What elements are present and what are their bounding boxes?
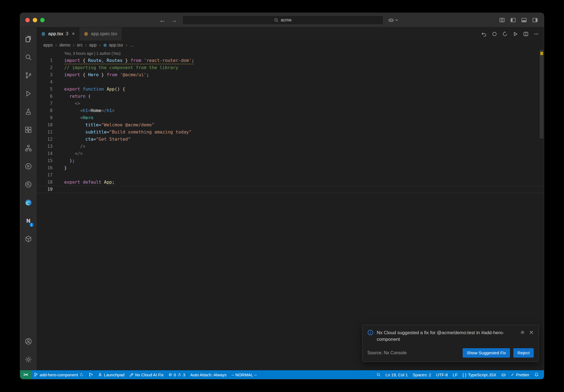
breadcrumb-item[interactable]: src — [77, 43, 83, 48]
commit-graph-item[interactable] — [86, 370, 96, 379]
code-line[interactable]: 16} — [37, 164, 544, 172]
toggle-panel-icon[interactable] — [521, 17, 527, 23]
code-line[interactable]: 19 — [37, 186, 544, 193]
copilot-menu[interactable] — [388, 17, 398, 23]
line-number[interactable]: 11 — [37, 129, 53, 136]
line-number[interactable]: 8 — [37, 107, 53, 114]
line-number[interactable]: 15 — [37, 157, 53, 164]
code-line[interactable]: 3import { Hero } from '@acme/ui'; — [37, 71, 544, 78]
toggle-secondary-sidebar-icon[interactable] — [532, 17, 538, 23]
toggle-sidebar-icon[interactable] — [510, 17, 516, 23]
git-branch-item[interactable]: add-hero-component — [31, 370, 86, 379]
auto-attach-item[interactable]: Auto Attach: Always — [188, 370, 229, 379]
line-number[interactable]: 6 — [37, 93, 53, 100]
code-line[interactable]: 18export default App; — [37, 179, 544, 186]
line-number[interactable]: 14 — [37, 150, 53, 157]
run-debug-icon[interactable] — [20, 85, 37, 103]
eol-item[interactable]: LF — [450, 370, 460, 379]
play-circle-icon[interactable] — [20, 157, 37, 175]
launchpad-item[interactable]: Launchpad — [96, 370, 127, 379]
run-file-icon[interactable] — [513, 31, 518, 37]
search-icon[interactable] — [20, 48, 37, 66]
formatter-item[interactable]: ✓ Prettier — [508, 370, 532, 379]
history-back-button[interactable]: ← — [159, 17, 166, 23]
reject-button[interactable]: Reject — [513, 348, 534, 358]
line-number[interactable]: 2 — [37, 64, 53, 71]
code-line[interactable]: 12 cta="Get Started" — [37, 136, 544, 143]
edge-browser-icon[interactable] — [20, 194, 37, 212]
cursor-position-item[interactable]: Ln 19, Col 1 — [383, 370, 410, 379]
zoom-indicator[interactable] — [374, 370, 383, 379]
line-number[interactable]: 18 — [37, 179, 53, 186]
code-line[interactable]: 17 — [37, 172, 544, 179]
tab-app-tsx[interactable]: app.tsx 3 × — [37, 27, 79, 40]
line-number[interactable]: 13 — [37, 143, 53, 150]
codelens-annotation[interactable]: You, 3 hours ago | 1 author (You) — [37, 50, 544, 57]
copilot-status-item[interactable] — [499, 370, 508, 379]
code-line[interactable]: 6 return ( — [37, 93, 544, 100]
scrollbar-thumb[interactable] — [540, 50, 543, 138]
code-line[interactable]: 10 title="Welcmoe @acme/demo" — [37, 121, 544, 129]
line-number[interactable]: 7 — [37, 100, 53, 107]
command-center-search[interactable]: acme — [182, 15, 383, 25]
remote-explorer-icon[interactable] — [20, 139, 37, 157]
code-line[interactable]: 13 /> — [37, 143, 544, 150]
line-number[interactable]: 12 — [37, 136, 53, 143]
code-line[interactable]: 11 subtitle="Build something amazing tod… — [37, 129, 544, 136]
breadcrumb-item[interactable]: apps — [43, 43, 53, 48]
package-icon[interactable] — [20, 230, 37, 248]
zoom-window-button[interactable] — [40, 18, 45, 22]
breadcrumb-item[interactable]: demo — [59, 43, 70, 48]
line-number[interactable]: 10 — [37, 121, 53, 129]
nx-cloud-fix-item[interactable]: Nx Cloud AI Fix — [127, 370, 166, 379]
close-window-button[interactable] — [25, 18, 30, 22]
line-number[interactable]: 9 — [37, 114, 53, 121]
code-line[interactable]: 5export function App() { — [37, 86, 544, 93]
testing-icon[interactable] — [20, 103, 37, 121]
customize-layout-icon[interactable] — [499, 17, 505, 23]
show-suggested-fix-button[interactable]: Show Suggested Fix — [463, 348, 510, 358]
extensions-icon[interactable] — [20, 121, 37, 139]
line-number[interactable]: 3 — [37, 71, 53, 78]
remote-indicator[interactable]: >< — [20, 370, 31, 379]
problems-item[interactable]: ⊘ 0 ⚠ 3 — [166, 370, 188, 379]
line-number[interactable]: 19 — [37, 186, 53, 193]
tab-app-spec-tsx[interactable]: app.spec.tsx — [79, 27, 122, 40]
code-editor[interactable]: You, 3 hours ago | 1 author (You) 1impor… — [37, 50, 544, 370]
explorer-icon[interactable] — [20, 30, 37, 48]
code-line[interactable]: 1import { Route, Routes } from 'react-ro… — [37, 57, 544, 64]
line-number[interactable]: 5 — [37, 86, 53, 93]
notifications-bell-item[interactable] — [532, 370, 541, 379]
code-line[interactable]: 14 </> — [37, 150, 544, 157]
code-line[interactable]: 15 ); — [37, 157, 544, 164]
encoding-item[interactable]: UTF-8 — [433, 370, 450, 379]
open-changes-icon[interactable] — [481, 31, 487, 37]
history-forward-button[interactable]: → — [171, 17, 177, 23]
line-number[interactable]: 17 — [37, 172, 53, 179]
code-line[interactable]: 2// importing the component from the lib… — [37, 64, 544, 71]
rerun-icon[interactable] — [502, 31, 508, 37]
breadcrumb-item[interactable]: app — [89, 43, 97, 48]
indentation-item[interactable]: Spaces: 2 — [410, 370, 434, 379]
language-mode-item[interactable]: { } TypeScript JSX — [460, 370, 499, 379]
minimize-window-button[interactable] — [33, 18, 37, 22]
line-number[interactable]: 4 — [37, 78, 53, 86]
split-editor-icon[interactable] — [523, 31, 528, 37]
more-actions-icon[interactable] — [534, 31, 539, 37]
code-line[interactable]: 8 <h1>Home</h1> — [37, 107, 544, 114]
line-number[interactable]: 16 — [37, 164, 53, 172]
breadcrumb-item[interactable]: … — [130, 43, 134, 48]
nx-console-icon[interactable]: N 1 — [20, 212, 37, 230]
accounts-icon[interactable] — [20, 332, 37, 350]
code-line[interactable]: 4 — [37, 78, 544, 86]
inspect-icon[interactable] — [20, 175, 37, 194]
close-tab-icon[interactable]: × — [72, 31, 75, 37]
settings-gear-icon[interactable] — [20, 350, 37, 369]
line-number[interactable]: 1 — [37, 57, 53, 64]
notification-close-icon[interactable] — [529, 330, 534, 335]
source-control-icon[interactable] — [20, 66, 37, 85]
vim-mode-indicator[interactable]: -- NORMAL -- — [229, 370, 259, 379]
notification-settings-gear-icon[interactable] — [520, 330, 525, 335]
toggle-outline-icon[interactable] — [492, 31, 497, 37]
code-line[interactable]: 9 <Hero — [37, 114, 544, 121]
